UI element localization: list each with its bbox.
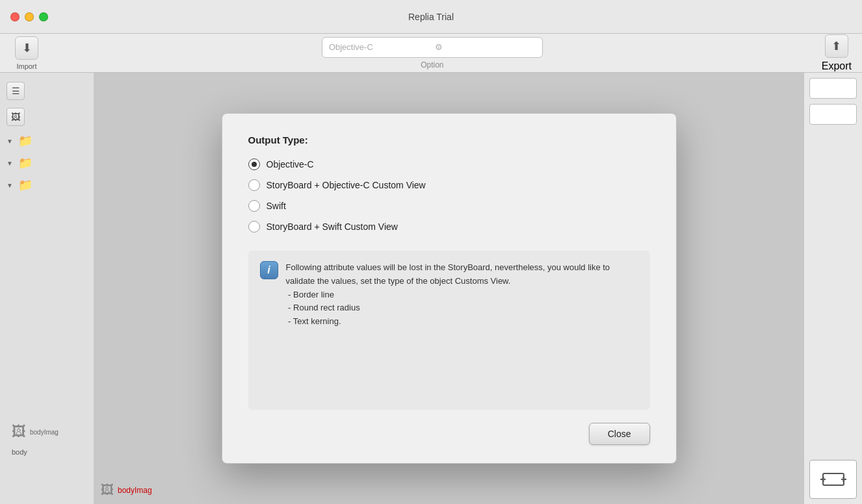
sidebar-item-folder2[interactable]: ▼ 📁 — [0, 152, 94, 174]
import-label: Import — [16, 62, 36, 70]
right-panel — [803, 73, 862, 504]
radio-label-swift: Swift — [267, 201, 286, 211]
radio-label-storyboard-swift: StoryBoard + Swift Custom View — [267, 221, 398, 232]
sidebar-item-photo[interactable]: 🖼 bodyImag — [5, 420, 89, 444]
radio-label-storyboard-objc: StoryBoard + Objective-C Custom View — [267, 180, 426, 190]
export-button[interactable]: ⬆ Export — [822, 34, 852, 72]
minimize-window-button[interactable] — [25, 12, 34, 21]
right-panel-box-1 — [809, 78, 857, 99]
title-bar: Replia Trial — [0, 0, 862, 34]
right-panel-large-box — [809, 460, 857, 499]
folder-icon-1: 📁 — [18, 134, 33, 148]
radio-group: Objective-C StoryBoard + Objective-C Cus… — [248, 158, 650, 233]
export-label: Export — [822, 60, 852, 72]
info-icon: i — [260, 261, 278, 279]
resize-icon — [820, 470, 846, 489]
modal-footer: Close — [248, 423, 650, 445]
right-panel-box-2 — [809, 104, 857, 125]
export-icon: ⬆ — [825, 34, 848, 58]
canvas-area: Output Type: Objective-C StoryBoard + Ob… — [94, 73, 803, 504]
gear-icon[interactable]: ⚙ — [435, 42, 536, 52]
triangle-icon-1: ▼ — [7, 138, 13, 145]
window-controls — [10, 12, 48, 21]
body-label: body — [12, 448, 27, 456]
info-text: Following attribute values will be lost … — [286, 261, 638, 399]
maximize-window-button[interactable] — [39, 12, 48, 21]
info-box: i Following attribute values will be los… — [248, 251, 650, 410]
radio-dot-objc — [252, 162, 257, 167]
triangle-icon-2: ▼ — [7, 160, 13, 167]
folder-icon-3: 📁 — [18, 178, 33, 192]
toolbar-center: Objective-C ⚙ Option — [53, 37, 811, 69]
photo-icon: 🖼 — [12, 423, 26, 440]
sidebar-item-image[interactable]: 🖼 — [0, 104, 94, 130]
language-field[interactable]: Objective-C ⚙ — [322, 37, 543, 58]
triangle-icon-3: ▼ — [7, 182, 13, 189]
radio-circle-storyboard-objc — [248, 179, 260, 191]
radio-circle-storyboard-swift — [248, 221, 260, 233]
sidebar-image-icon: 🖼 — [7, 108, 25, 126]
sidebar-item-body[interactable]: body — [5, 444, 89, 460]
option-label: Option — [421, 60, 443, 69]
radio-option-objc[interactable]: Objective-C — [248, 158, 650, 170]
svg-rect-0 — [823, 473, 844, 485]
folder-icon-2: 📁 — [18, 156, 33, 170]
radio-option-storyboard-objc[interactable]: StoryBoard + Objective-C Custom View — [248, 179, 650, 191]
modal-overlay: Output Type: Objective-C StoryBoard + Ob… — [94, 73, 803, 504]
close-window-button[interactable] — [10, 12, 20, 21]
sidebar-item-menu[interactable]: ☰ — [0, 78, 94, 104]
sidebar-item-folder3[interactable]: ▼ 📁 — [0, 174, 94, 196]
language-placeholder: Objective-C — [329, 42, 430, 52]
toolbar: ⬇ Import Objective-C ⚙ Option ⬆ Export — [0, 34, 862, 73]
radio-option-storyboard-swift[interactable]: StoryBoard + Swift Custom View — [248, 221, 650, 233]
modal-title: Output Type: — [248, 134, 650, 145]
output-type-modal: Output Type: Objective-C StoryBoard + Ob… — [222, 113, 677, 464]
sidebar-item-folder1[interactable]: ▼ 📁 — [0, 130, 94, 152]
import-icon: ⬇ — [15, 36, 38, 60]
radio-circle-swift — [248, 200, 260, 212]
right-panel-spacer — [809, 130, 857, 455]
sidebar: ☰ 🖼 ▼ 📁 ▼ 📁 ▼ 📁 🖼 bodyImag body — [0, 73, 94, 504]
close-button[interactable]: Close — [589, 423, 650, 445]
window-title: Replia Trial — [408, 12, 454, 22]
radio-option-swift[interactable]: Swift — [248, 200, 650, 212]
import-button[interactable]: ⬇ Import — [10, 36, 43, 70]
body-image-label: bodyImag — [30, 429, 59, 436]
radio-label-objc: Objective-C — [267, 159, 314, 170]
radio-circle-objc — [248, 158, 260, 170]
sidebar-menu-icon: ☰ — [7, 82, 25, 100]
main-area: ☰ 🖼 ▼ 📁 ▼ 📁 ▼ 📁 🖼 bodyImag body — [0, 73, 862, 504]
